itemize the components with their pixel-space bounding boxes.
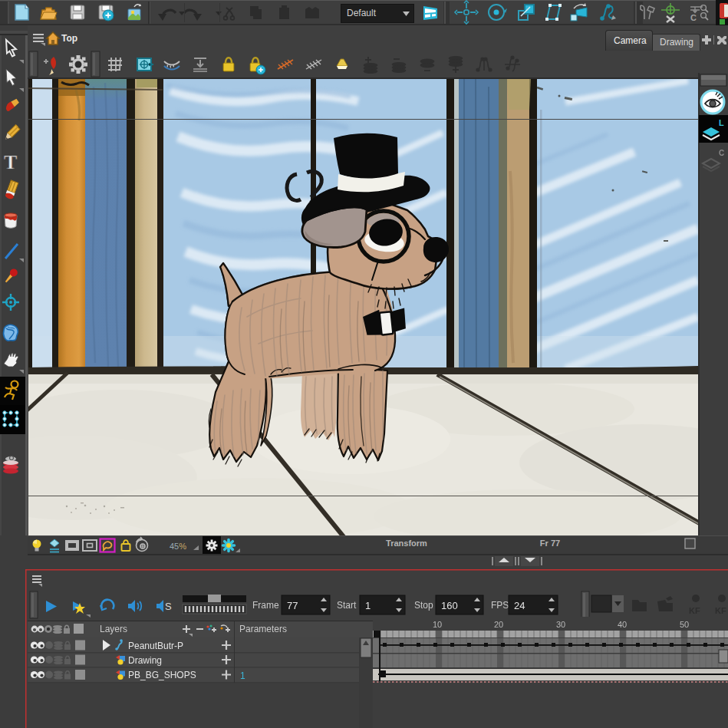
svg-text:Drawing: Drawing [128, 655, 162, 666]
svg-text:Layers: Layers [100, 624, 127, 634]
svg-text:S: S [165, 601, 172, 612]
svg-text:Start: Start [337, 600, 357, 611]
svg-text:50: 50 [680, 620, 689, 629]
svg-text:1: 1 [240, 670, 245, 681]
svg-text:Fr 77: Fr 77 [540, 539, 560, 548]
svg-text:PeanutButr-P: PeanutButr-P [128, 641, 183, 651]
svg-text:20: 20 [494, 620, 503, 629]
svg-text:Stop: Stop [414, 600, 433, 611]
svg-text:77: 77 [287, 600, 298, 611]
svg-text:KF: KF [715, 606, 726, 615]
svg-text:40: 40 [618, 620, 627, 629]
svg-text:FPS: FPS [491, 600, 509, 611]
svg-text:L: L [719, 118, 724, 127]
svg-text:C: C [690, 13, 697, 22]
svg-text:C: C [719, 149, 724, 157]
svg-text:T: T [4, 151, 17, 173]
svg-text:Top: Top [61, 33, 77, 44]
svg-text:Parameters: Parameters [239, 624, 287, 634]
svg-text:160: 160 [441, 600, 458, 611]
svg-text:30: 30 [556, 620, 565, 629]
svg-text:1: 1 [365, 600, 371, 611]
svg-text:Frame: Frame [252, 600, 279, 611]
svg-text:24: 24 [514, 600, 525, 611]
svg-text:PB_BG_SHOPS: PB_BG_SHOPS [128, 670, 196, 680]
svg-text:KF: KF [689, 606, 700, 615]
svg-text:Transform: Transform [386, 539, 427, 548]
svg-text:45%: 45% [170, 542, 186, 551]
svg-text:10: 10 [433, 620, 442, 629]
